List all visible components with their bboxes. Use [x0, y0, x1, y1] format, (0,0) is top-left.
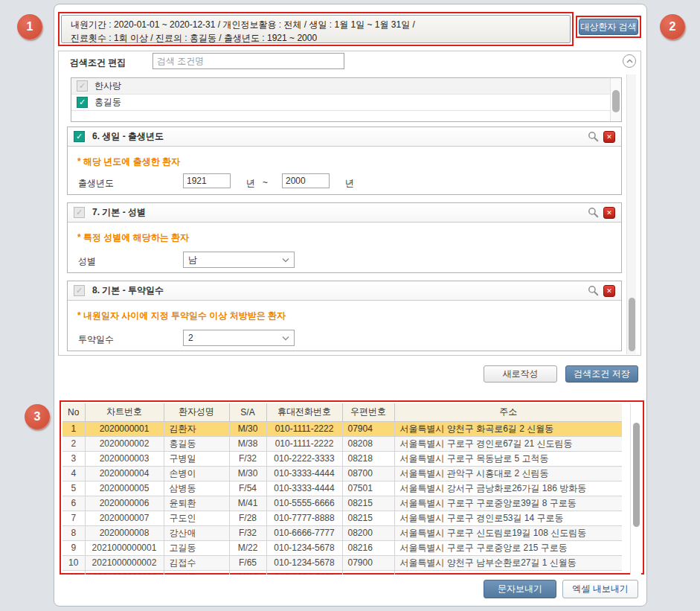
cell-chart-number: 2020000004	[85, 466, 164, 481]
list-item-honggildong[interactable]: ✓ 홍길동	[71, 95, 621, 111]
target-patient-search-button[interactable]: 대상환자 검색	[579, 19, 638, 35]
cell-patient-name: 김길동	[164, 570, 229, 575]
section-8-checkbox[interactable]: ✓	[74, 285, 85, 296]
section-6-description: * 해당 년도에 출생한 환자	[77, 156, 180, 168]
summary-line-2: 진료횟수 : 1회 이상 / 진료의 : 홍길동 / 출생년도 : 1921 ~…	[71, 31, 561, 45]
send-sms-button[interactable]: 문자보내기	[484, 580, 556, 598]
cell-no: 1	[62, 421, 85, 436]
list-item-hansarang[interactable]: ✓ 한사랑	[71, 78, 621, 95]
table-row[interactable]: 2 2020000002 홍길동 M/38 010-1111-2222 0820…	[62, 436, 622, 451]
cell-no: 6	[62, 496, 85, 511]
editor-scrollbar-thumb[interactable]	[629, 298, 635, 351]
year-unit-label: 년	[345, 177, 354, 190]
cell-phone: 010-1111-2222	[266, 421, 342, 436]
year-unit-label: 년	[246, 177, 255, 190]
magnifier-icon[interactable]	[587, 207, 599, 219]
search-summary-box: 내원기간 : 2020-01-01 ~ 2020-12-31 / 개인정보활용 …	[61, 15, 571, 43]
col-addr: 주소	[394, 403, 622, 421]
cell-no: 5	[62, 481, 85, 496]
patient-table: No 차트번호 환자성명 S/A 휴대전화번호 우편번호 주소 1 202000…	[62, 403, 622, 575]
cell-sex-age: M/41	[229, 496, 266, 511]
cell-chart-number: 2020000007	[85, 511, 164, 525]
col-phone: 휴대전화번호	[266, 403, 342, 421]
cell-patient-name: 구병일	[164, 451, 229, 466]
cell-address: 서울특별시 구로구 목동남로 5 고척동	[394, 451, 622, 466]
cell-phone: 010-3333-4444	[266, 466, 342, 481]
table-scrollbar[interactable]	[630, 403, 641, 575]
section-6-checkbox[interactable]: ✓	[74, 131, 85, 142]
condition-section-8: ✓ 8. 기본 - 투약일수 ✕ * 내원일자 사이에 지정 투약일수 이상 처…	[67, 281, 622, 351]
summary-line-1: 내원기간 : 2020-01-01 ~ 2020-12-31 / 개인정보활용 …	[71, 18, 561, 31]
section-8-header: ✓ 8. 기본 - 투약일수 ✕	[68, 281, 621, 301]
chevron-down-icon	[282, 257, 289, 263]
cell-chart-number: 2020000003	[85, 451, 164, 466]
table-row[interactable]: 8 2020000008 강산애 F/32 010-6666-7777 0820…	[62, 525, 622, 540]
gender-selected-value: 남	[188, 254, 197, 266]
cell-patient-name: 홍길동	[164, 436, 229, 451]
section-7-header: ✓ 7. 기본 - 성별 ✕	[68, 203, 621, 223]
list-scrollbar[interactable]	[610, 78, 621, 121]
table-scrollbar-thumb[interactable]	[633, 423, 640, 527]
checkbox-checked-icon[interactable]: ✓	[77, 97, 88, 108]
remove-section-icon[interactable]: ✕	[603, 285, 615, 297]
cell-address	[394, 570, 622, 575]
cell-phone: 010-1111-2222	[266, 436, 342, 451]
cell-sex-age: M/38	[229, 436, 266, 451]
remove-section-icon[interactable]: ✕	[603, 207, 615, 219]
table-row[interactable]: 6 2020000006 윤퇴환 M/41 010-5555-6666 0821…	[62, 496, 622, 511]
medication-days-select[interactable]: 2	[183, 330, 295, 346]
section-7-checkbox[interactable]: ✓	[74, 207, 85, 218]
magnifier-icon[interactable]	[587, 285, 599, 297]
cell-sex-age: F/65	[229, 555, 266, 570]
birth-year-to-input[interactable]	[282, 173, 330, 188]
section-8-body: * 내원일자 사이에 지정 투약일수 이상 처방받은 환자 투약일수 2	[68, 301, 621, 351]
cell-zip: 08216	[342, 540, 394, 555]
collapse-panel-button[interactable]	[623, 54, 636, 68]
table-row[interactable]: 9 2021000000001 고길동 M/22 010-1234-5678 0…	[62, 540, 622, 555]
table-row[interactable]: 11 2021000000003 김길동 M/19 010-1234-5678	[62, 570, 622, 575]
cell-patient-name: 강산애	[164, 525, 229, 540]
magnifier-icon[interactable]	[587, 131, 599, 143]
table-row[interactable]: 4 2020000004 손병이 M/30 010-3333-4444 0870…	[62, 466, 622, 481]
cell-zip: 08208	[342, 436, 394, 451]
cell-sex-age: M/22	[229, 540, 266, 555]
table-row[interactable]: 10 2021000000002 김접수 F/65 010-1234-5678 …	[62, 555, 622, 570]
table-row[interactable]: 3 2020000003 구병일 F/32 010-2222-3333 0821…	[62, 451, 622, 466]
gender-select[interactable]: 남	[183, 252, 295, 268]
list-scrollbar-thumb[interactable]	[612, 90, 620, 112]
saved-condition-list: ✓ 한사랑 ✓ 홍길동	[71, 77, 622, 122]
cell-patient-name: 삼병동	[164, 481, 229, 496]
condition-name-input[interactable]	[152, 53, 344, 69]
checkbox-checked-disabled-icon[interactable]: ✓	[77, 80, 88, 92]
result-table-container: No 차트번호 환자성명 S/A 휴대전화번호 우편번호 주소 1 202000…	[62, 403, 633, 575]
cell-patient-name: 손병이	[164, 466, 229, 481]
cell-address: 서울특별시 구로구 구로중앙로 215 구로동	[394, 540, 622, 555]
cell-phone: 010-3333-4444	[266, 481, 342, 496]
cell-no: 2	[62, 436, 85, 451]
cell-address: 서울특별시 양천구 화곡로6길 2 신월동	[394, 421, 622, 436]
save-condition-button[interactable]: 검색조건 저장	[565, 365, 638, 383]
col-chart: 차트번호	[85, 403, 164, 421]
list-item-label: 한사랑	[94, 80, 121, 92]
annotation-badge-3: 3	[25, 404, 50, 429]
export-excel-button[interactable]: 엑셀 내보내기	[562, 580, 638, 598]
cell-zip: 07501	[342, 481, 394, 496]
reset-button[interactable]: 새로작성	[484, 365, 557, 383]
cell-sex-age: F/54	[229, 481, 266, 496]
medication-days-selected-value: 2	[188, 333, 193, 343]
table-row[interactable]: 5 2020000005 삼병동 F/54 010-3333-4444 0750…	[62, 481, 622, 496]
search-button-annotation: 대상환자 검색	[576, 16, 641, 38]
cell-no: 4	[62, 466, 85, 481]
cell-zip: 08215	[342, 496, 394, 511]
table-row[interactable]: 1 2020000001 김환자 M/30 010-1111-2222 0790…	[62, 421, 622, 436]
table-row[interactable]: 7 2020000007 구도인 F/28 010-7777-8888 0821…	[62, 511, 622, 525]
birth-year-from-input[interactable]	[183, 173, 231, 188]
section-7-body: * 특정 성별에 해당하는 환자 성별 남	[68, 223, 621, 272]
annotation-badge-1: 1	[17, 14, 42, 39]
cell-chart-number: 2020000002	[85, 436, 164, 451]
table-header-row: No 차트번호 환자성명 S/A 휴대전화번호 우편번호 주소	[62, 403, 622, 421]
cell-zip: 08215	[342, 511, 394, 525]
editor-scrollbar[interactable]	[626, 74, 636, 354]
cell-phone: 010-1234-5678	[266, 570, 342, 575]
remove-section-icon[interactable]: ✕	[603, 131, 615, 143]
